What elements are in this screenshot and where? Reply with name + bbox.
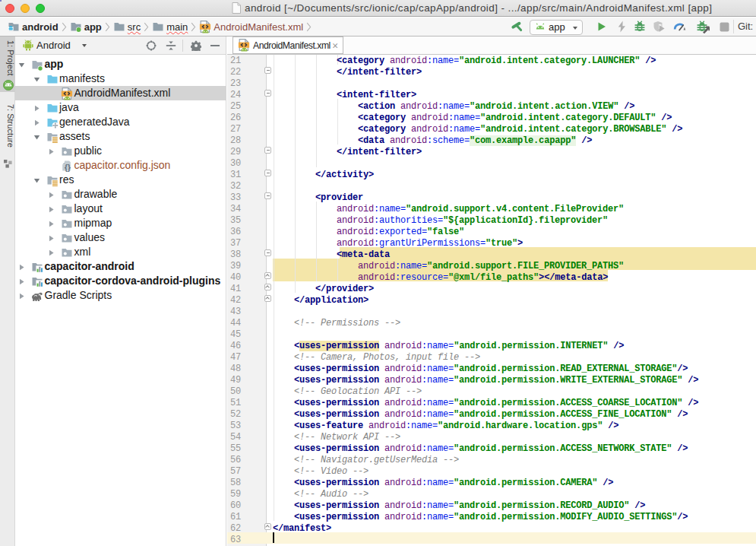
svg-text:{}: {} (65, 163, 71, 172)
